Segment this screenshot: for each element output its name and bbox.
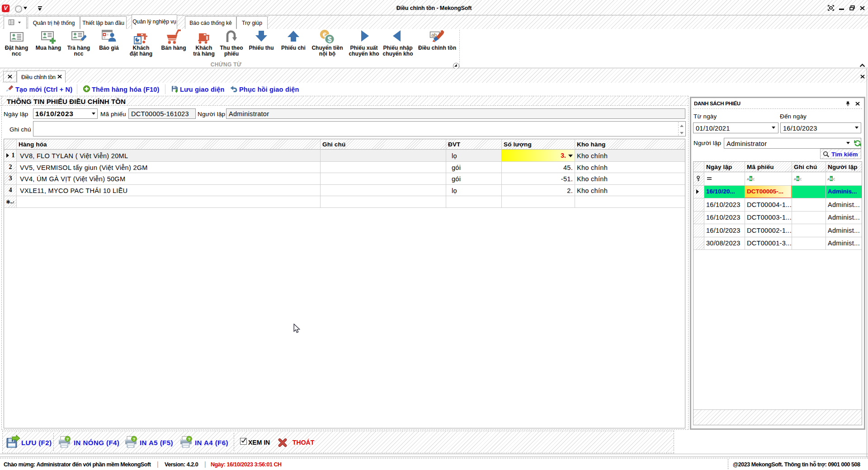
svg-text:A: A xyxy=(747,177,749,181)
svg-text:?: ? xyxy=(133,437,136,442)
svg-text:?: ? xyxy=(188,437,191,442)
svg-text:A: A xyxy=(827,177,830,181)
svg-text:C: C xyxy=(833,177,835,181)
svg-text:A: A xyxy=(794,177,796,181)
svg-text:C: C xyxy=(753,177,755,181)
svg-text:C: C xyxy=(800,177,802,181)
svg-text:$: $ xyxy=(327,35,331,43)
svg-text:B: B xyxy=(830,177,833,181)
svg-text:?: ? xyxy=(66,437,69,442)
svg-text:B: B xyxy=(750,177,752,181)
svg-text:B: B xyxy=(797,177,799,181)
